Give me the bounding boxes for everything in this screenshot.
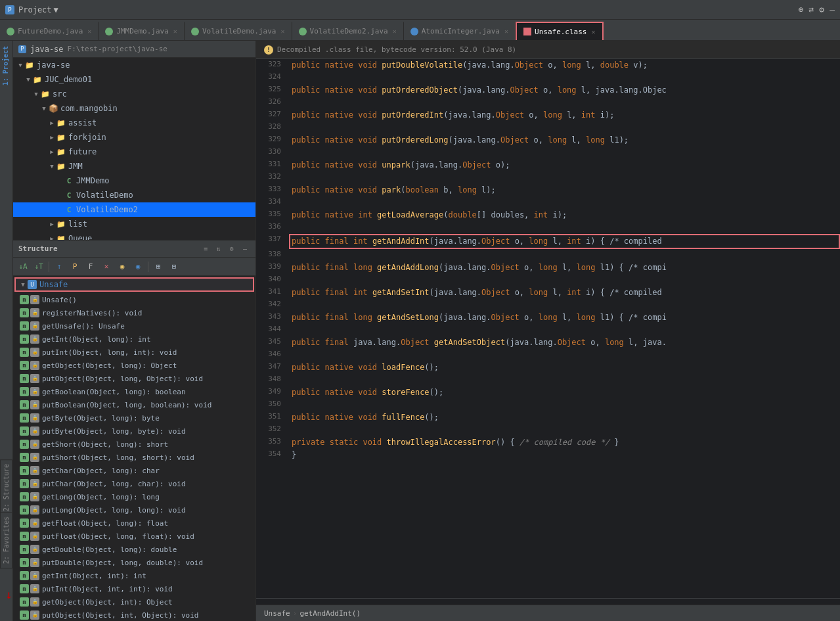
structure-sort-btn[interactable]: ≡ [200,244,211,254]
structure-sort2-btn[interactable]: ⇅ [213,244,224,254]
struct-item-1[interactable]: m🔒registerNatives(): void [13,306,255,319]
tree-jmmdemo[interactable]: ▶ C JMMDemo [13,173,255,188]
toolbar-toggle-public[interactable]: P [68,260,82,274]
structure-root[interactable]: ▼ U Unsafe [14,277,254,292]
line-content-347: public native void loadFence(); [289,361,840,374]
struct-item-13[interactable]: m🔒getChar(Object, long): char [13,464,255,477]
future-tab-close[interactable]: ✕ [87,28,91,35]
struct-item-6[interactable]: m🔒putObject(Object, long, Object): void [13,372,255,385]
tree-forkjoin[interactable]: ▶ 📁 forkjoin [13,130,255,145]
volatile-tab-close[interactable]: ✕ [280,28,284,35]
tab-jmm[interactable]: JMMDemo.java ✕ [99,22,185,40]
project-dropdown[interactable]: Project ▼ [18,5,58,14]
tab-atomic[interactable]: AtomicInteger.java ✕ [404,22,516,40]
struct-item-10[interactable]: m🔒putByte(Object, long, byte): void [13,425,255,438]
structure-settings-btn[interactable]: ⚙ [227,244,237,254]
structure-root-label: Unsafe [39,280,68,289]
tree-list[interactable]: ▶ 📁 list [13,217,255,231]
struct-m-icon-8: m [20,400,29,409]
decompile-text: Decompiled .class file, bytecode version… [277,45,516,54]
struct-item-24[interactable]: m🔒putObject(Object, int, Object): void [13,609,255,621]
tree-jmm[interactable]: ▼ 📁 JMM [13,159,255,173]
struct-item-label-21: getInt(Object, int): int [42,572,146,580]
structure-toolbar: ↓A ↓T ↑ P F ✕ ◉ ◉ ⊞ ⊟ [13,258,255,276]
jmm-tab-label: JMMDemo.java [116,27,168,35]
struct-item-16[interactable]: m🔒putLong(Object, long, long): void [13,503,255,517]
code-editor[interactable]: 323 public native void putDoubleVolatile… [256,59,840,598]
tree-assist[interactable]: ▶ 📁 assist [13,116,255,130]
tab-unsafe[interactable]: Unsafe.class ✕ [516,22,604,40]
structure-tree[interactable]: m🔒Unsafe()m🔒registerNatives(): voidm🔒get… [13,293,255,621]
struct-item-19[interactable]: m🔒getDouble(Object, long): double [13,543,255,556]
tab-future[interactable]: FutureDemo.java ✕ [0,22,99,40]
jmm-tab-close[interactable]: ✕ [173,28,177,35]
tab-volatile[interactable]: VolatileDemo.java ✕ [185,22,292,40]
tree-com[interactable]: ▼ 📦 com.mangobin [13,101,255,116]
structure-side-vtab[interactable]: 2: Structure [0,459,12,516]
project-vtab[interactable]: 1: Project [0,41,12,91]
struct-item-15[interactable]: m🔒getLong(Object, long): long [13,490,255,503]
struct-item-2[interactable]: m🔒getUnsafe(): Unsafe [13,319,255,333]
scroll-down-arrow[interactable]: ↓ [5,587,12,601]
struct-item-21[interactable]: m🔒getInt(Object, int): int [13,569,255,582]
code-line-323: 323 public native void putDoubleVolatile… [256,59,840,72]
struct-item-0[interactable]: m🔒Unsafe() [13,293,255,306]
toolbar-filter-orange[interactable]: ◉ [115,260,129,274]
toolbar-filter-red[interactable]: ✕ [99,260,114,274]
struct-m-icon-10: m [20,426,29,436]
struct-item-7[interactable]: m🔒getBoolean(Object, long): boolean [13,385,255,398]
structure-close-btn[interactable]: — [240,244,250,254]
tab-volatile2[interactable]: VolatileDemo2.java ✕ [292,22,404,40]
struct-item-4[interactable]: m🔒putInt(Object, long, int): void [13,346,255,359]
struct-item-23[interactable]: m🔒getObject(Object, int): Object [13,595,255,609]
tree-volatiledemo2[interactable]: ▶ C VolatileDemo2 [13,202,255,217]
struct-item-12[interactable]: m🔒putShort(Object, long, short): void [13,451,255,464]
struct-item-18[interactable]: m🔒putFloat(Object, long, float): void [13,530,255,543]
toolbar-collapse[interactable]: ⊟ [167,260,181,274]
globe-icon[interactable]: ⊕ [799,5,804,14]
settings-icon[interactable]: ⚙ [819,5,824,14]
minimize-icon[interactable]: — [829,5,835,14]
struct-item-label-13: getChar(Object, long): char [42,467,160,475]
struct-item-14[interactable]: m🔒putChar(Object, long, char): void [13,477,255,490]
struct-item-22[interactable]: m🔒putInt(Object, int, int): void [13,582,255,595]
tree-volatiledemo[interactable]: ▶ C VolatileDemo [13,188,255,202]
toolbar-filter-blue[interactable]: ◉ [131,260,145,274]
favorites-side-vtab[interactable]: 2: Favorites [0,512,12,568]
h-scrollbar[interactable] [256,598,840,605]
struct-item-17[interactable]: m🔒getFloat(Object, long): float [13,517,255,530]
struct-item-11[interactable]: m🔒getShort(Object, long): short [13,438,255,451]
unsafe-tab-close[interactable]: ✕ [592,28,596,35]
toolbar-sort-alpha[interactable]: ↓A [16,260,30,274]
tree-java-se[interactable]: ▼ 📁 java-se [13,58,255,72]
toolbar-toggle-fields[interactable]: F [83,260,98,274]
tree-juc[interactable]: ▼ 📁 JUC_demo01 [13,72,255,87]
folder-java-se-icon: 📁 [25,60,34,70]
toolbar-sort-type[interactable]: ↓T [32,260,46,274]
tree-src[interactable]: ▼ 📁 src [13,87,255,101]
folder-assist-icon: 📁 [56,118,66,127]
line-content-338 [289,249,840,262]
struct-item-20[interactable]: m🔒putDouble(Object, long, double): void [13,556,255,569]
struct-m-icon-17: m [20,518,29,528]
struct-item-8[interactable]: m🔒putBoolean(Object, long, boolean): voi… [13,398,255,411]
line-num-327: 327 [256,109,289,118]
toolbar-expand[interactable]: ⊞ [151,260,166,274]
code-line-329: 329 public native void putOrderedLong(ja… [256,134,840,147]
struct-item-9[interactable]: m🔒getByte(Object, long): byte [13,411,255,425]
toolbar-show-inherited[interactable]: ↑ [52,260,66,274]
struct-item-5[interactable]: m🔒getObject(Object, long): Object [13,359,255,372]
line-num-344: 344 [256,324,289,333]
struct-item-label-9: getByte(Object, long): byte [42,414,160,423]
swap-icon[interactable]: ⇄ [809,5,814,14]
tree-future[interactable]: ▶ 📁 future [13,145,255,159]
line-content-324 [289,72,840,84]
struct-lock-icon-19: 🔒 [30,545,39,554]
project-tree[interactable]: ▼ 📁 java-se ▼ 📁 JUC_demo01 ▼ 📁 src ▼ 📦 c… [13,58,255,240]
struct-item-3[interactable]: m🔒getInt(Object, long): int [13,333,255,346]
struct-item-label-24: putObject(Object, int, Object): void [42,611,198,620]
volatile2-tab-close[interactable]: ✕ [393,28,397,35]
atomic-tab-close[interactable]: ✕ [504,28,508,35]
tree-queue[interactable]: ▶ 📁 Queue [13,231,255,240]
sidebar: P java-se F:\test-project\java-se ▼ 📁 ja… [13,41,256,621]
